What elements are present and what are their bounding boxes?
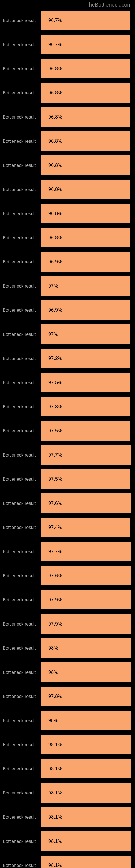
chart-bar: 98.1% [41,856,131,868]
chart-row: Bottleneck result97.9% [2,590,133,610]
chart-bar: 97.2% [41,348,130,368]
chart-row: Bottleneck result96.9% [2,300,133,320]
chart-row-label: Bottleneck result [2,597,41,602]
chart-row: Bottleneck result97.2% [2,348,133,368]
chart-bar-value: 97.3% [48,404,62,410]
chart-bar: 98.1% [41,807,131,827]
chart-row: Bottleneck result97.6% [2,566,133,585]
chart-bar-value: 97.9% [48,597,62,603]
chart-bar-area: 97.3% [41,397,133,416]
chart-bar: 97.5% [41,373,130,392]
chart-row-label: Bottleneck result [2,501,41,506]
chart-bar-area: 98% [41,662,133,682]
chart-row: Bottleneck result96.9% [2,252,133,272]
chart-bar-value: 98.1% [48,814,62,820]
chart-bar-area: 96.7% [41,35,133,54]
chart-row-label: Bottleneck result [2,670,41,675]
chart-bar-value: 96.8% [48,211,62,216]
chart-row-label: Bottleneck result [2,718,41,723]
chart-row: Bottleneck result98.1% [2,759,133,778]
chart-row: Bottleneck result97% [2,276,133,296]
chart-row-label: Bottleneck result [2,211,41,216]
chart-bar: 97.7% [41,542,131,561]
chart-bar-value: 96.8% [48,187,62,192]
chart-bar: 96.7% [41,10,130,30]
chart-row-label: Bottleneck result [2,235,41,240]
chart-bar-area: 98.1% [41,831,133,851]
chart-row-label: Bottleneck result [2,621,41,627]
chart-row: Bottleneck result96.8% [2,204,133,223]
chart-bar: 97.3% [41,397,130,416]
chart-row: Bottleneck result97.6% [2,493,133,513]
chart-row-label: Bottleneck result [2,187,41,192]
chart-row-label: Bottleneck result [2,42,41,47]
chart-row-label: Bottleneck result [2,814,41,820]
chart-bar: 96.8% [41,83,130,102]
chart-row: Bottleneck result98% [2,638,133,658]
chart-bar-area: 98.1% [41,856,133,868]
chart-bar: 97% [41,324,130,344]
chart-bar-area: 97.4% [41,518,133,537]
chart-row: Bottleneck result97.8% [2,686,133,706]
chart-bar-area: 96.9% [41,252,133,272]
chart-bar-area: 98% [41,638,133,658]
chart-bar: 97.5% [41,469,130,489]
chart-bar-area: 97.2% [41,348,133,368]
chart-bar-value: 98.1% [48,766,62,772]
chart-bar: 97.7% [41,445,131,465]
chart-bar: 98.1% [41,759,131,778]
chart-bar-value: 98.1% [48,863,62,868]
chart-bar-value: 97.8% [48,693,62,699]
chart-row: Bottleneck result97.5% [2,373,133,392]
chart-row-label: Bottleneck result [2,766,41,771]
chart-bar-value: 98% [48,645,58,651]
chart-bar: 97.6% [41,493,131,513]
chart-row-label: Bottleneck result [2,308,41,313]
chart-bar-area: 97.5% [41,469,133,489]
chart-row-label: Bottleneck result [2,380,41,385]
chart-bar-area: 97.9% [41,590,133,610]
chart-bar-area: 97.6% [41,493,133,513]
chart-row-label: Bottleneck result [2,839,41,844]
chart-bar-value: 97.5% [48,380,62,385]
chart-bar-area: 96.8% [41,155,133,175]
chart-bar-value: 97.7% [48,549,62,554]
chart-bar-value: 96.8% [48,66,62,72]
chart-row: Bottleneck result97.9% [2,614,133,633]
chart-row-label: Bottleneck result [2,90,41,95]
chart-bar-area: 96.8% [41,204,133,223]
chart-bar-value: 96.8% [48,235,62,241]
chart-bar-value: 97.9% [48,621,62,627]
chart-row: Bottleneck result97.7% [2,445,133,465]
chart-bar: 96.9% [41,300,130,320]
chart-row: Bottleneck result96.7% [2,35,133,54]
chart-bar: 96.8% [41,228,130,247]
chart-bar-area: 98.1% [41,735,133,754]
chart-bar-value: 96.8% [48,114,62,120]
chart-bar: 96.7% [41,35,130,54]
chart-bar: 96.8% [41,155,130,175]
chart-bar-value: 96.8% [48,138,62,144]
chart-bar-area: 97.8% [41,686,133,706]
chart-row-label: Bottleneck result [2,573,41,578]
chart-row-label: Bottleneck result [2,18,41,23]
chart-bar-area: 96.9% [41,300,133,320]
chart-bar-area: 97% [41,276,133,296]
chart-row: Bottleneck result98% [2,711,133,730]
chart-bar-area: 96.8% [41,83,133,102]
chart-bar: 97.4% [41,518,130,537]
chart-row: Bottleneck result96.8% [2,107,133,127]
chart-bar-value: 98% [48,670,58,675]
chart-bar-value: 96.7% [48,18,62,23]
chart-row-label: Bottleneck result [2,790,41,796]
chart-bar-area: 97.6% [41,566,133,585]
chart-row: Bottleneck result97.7% [2,542,133,561]
chart-bar-value: 96.7% [48,42,62,48]
chart-row-label: Bottleneck result [2,525,41,530]
chart-row-label: Bottleneck result [2,115,41,120]
chart-bar: 96.8% [41,180,130,199]
chart-row-label: Bottleneck result [2,66,41,71]
chart-bar: 96.8% [41,59,130,79]
chart-row: Bottleneck result97.3% [2,397,133,416]
site-name: TheBottleneck.com [86,2,132,8]
